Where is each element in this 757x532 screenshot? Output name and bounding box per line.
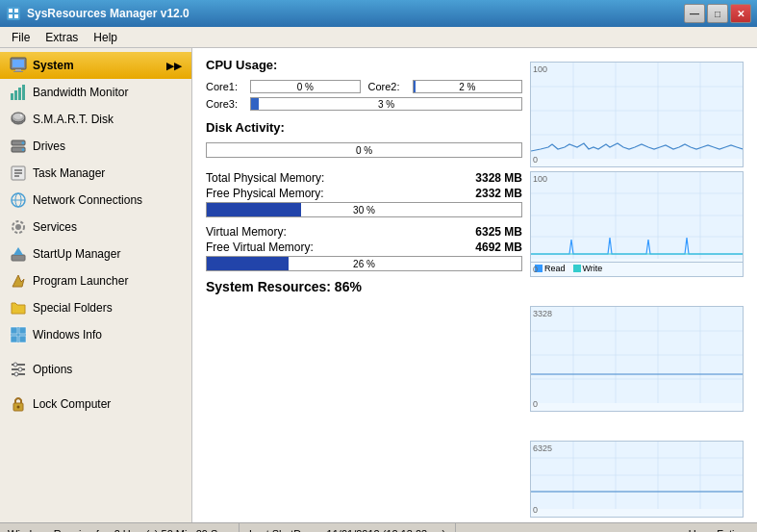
svg-rect-8 — [13, 71, 23, 72]
sidebar-item-lock[interactable]: Lock Computer — [0, 391, 191, 418]
svg-point-40 — [13, 363, 17, 367]
sidebar-item-smart[interactable]: S.M.A.R.T. Disk — [0, 106, 191, 133]
memory-chart-max: 3328 — [533, 309, 552, 318]
sidebar-item-wininfo[interactable]: Windows Info — [0, 321, 191, 348]
bandwidth-icon — [10, 84, 27, 101]
core3-label: Core3: — [206, 98, 246, 110]
svg-rect-3 — [9, 14, 13, 18]
cpu-chart-min: 0 — [533, 155, 538, 165]
sidebar-item-folders[interactable]: Special Folders — [0, 294, 191, 321]
status-running: Windows Running for: 2 Hour(s) 50 Min 29… — [8, 523, 240, 532]
options-label: Options — [33, 363, 72, 376]
wininfo-icon — [10, 326, 27, 343]
total-memory-value: 3328 MB — [475, 171, 522, 185]
sidebar-item-network[interactable]: Network Connections — [0, 187, 191, 214]
svg-rect-30 — [12, 255, 25, 261]
free-memory-row: Free Physical Memory: 2332 MB — [206, 187, 522, 200]
menu-file[interactable]: File — [4, 29, 38, 46]
read-legend: Read — [535, 264, 566, 273]
write-legend: Write — [573, 264, 603, 273]
free-memory-label: Free Physical Memory: — [206, 187, 324, 200]
svg-rect-11 — [18, 88, 21, 100]
sidebar-item-options[interactable]: Options — [0, 356, 191, 383]
sidebar-item-system[interactable]: System ▶▶ — [0, 52, 191, 79]
task-label: Task Manager — [33, 166, 105, 180]
vmem-section: Virtual Memory: 6325 MB Free Virtual Mem… — [206, 225, 522, 271]
system-label: System — [33, 59, 74, 72]
sidebar-item-launcher[interactable]: Program Launcher — [0, 267, 191, 294]
sidebar-item-startup[interactable]: StartUp Manager — [0, 241, 191, 267]
memory-section: Total Physical Memory: 3328 MB Free Phys… — [206, 171, 522, 217]
core2-label: Core2: — [368, 81, 409, 92]
read-label: Read — [544, 264, 566, 273]
svg-point-41 — [18, 367, 22, 371]
total-memory-label: Total Physical Memory: — [206, 171, 324, 185]
svg-point-19 — [22, 141, 25, 144]
vmem-free-value: 4692 MB — [475, 241, 522, 254]
vmem-free-row: Free Virtual Memory: 4692 MB — [206, 241, 522, 254]
close-button[interactable]: ✕ — [730, 4, 751, 23]
user-text: User: Fotis — [689, 528, 740, 533]
vmem-free-label: Free Virtual Memory: — [206, 241, 314, 254]
memory-chart-svg — [531, 307, 743, 403]
status-user: User: Fotis — [679, 523, 749, 532]
services-icon — [10, 218, 27, 236]
disk-title: Disk Activity: — [206, 120, 522, 135]
core2-row: Core2: 2 % — [368, 80, 523, 93]
launcher-label: Program Launcher — [33, 274, 128, 288]
svg-marker-31 — [13, 247, 23, 255]
core3-row: Core3: 3 % — [206, 97, 522, 111]
cpu-chart-max: 100 — [533, 64, 547, 74]
running-text: Windows Running for: 2 Hour(s) 50 Min 29… — [8, 528, 229, 533]
app-icon — [6, 6, 21, 21]
maximize-button[interactable]: □ — [707, 4, 728, 23]
minimize-button[interactable]: — — [684, 4, 705, 23]
left-panel: CPU Usage: Core1: 0 % Core2: — [206, 58, 522, 521]
vmem-chart-max: 6325 — [533, 443, 552, 453]
folders-label: Special Folders — [33, 301, 113, 315]
svg-rect-1 — [9, 9, 13, 13]
svg-point-16 — [20, 114, 22, 116]
memory-chart: 3328 0 — [530, 306, 744, 412]
smart-label: S.M.A.R.T. Disk — [33, 113, 114, 126]
sidebar-item-task[interactable]: Task Manager — [0, 160, 191, 187]
lock-label: Lock Computer — [33, 397, 111, 411]
memory-bar-row: 30 % — [206, 202, 522, 217]
cpu-chart: 100 0 — [530, 62, 744, 167]
main-layout: CPU Usage: Core1: 0 % Core2: — [206, 58, 744, 521]
disk-chart-legend: Read Write — [531, 262, 743, 274]
svg-rect-36 — [19, 336, 26, 342]
bandwidth-label: Bandwidth Monitor — [33, 86, 128, 99]
vmem-chart-min: 0 — [533, 505, 538, 515]
svg-point-28 — [15, 224, 21, 230]
sidebar-item-drives[interactable]: Drives — [0, 133, 191, 160]
disk-chart-min: 0 — [533, 265, 538, 274]
vmem-bar-row: 26 % — [206, 256, 522, 271]
sidebar-item-services[interactable]: Services — [0, 214, 191, 241]
sidebar: System ▶▶ Bandwidth Monitor — [0, 48, 192, 522]
options-icon — [10, 361, 27, 378]
lock-icon — [10, 395, 27, 413]
vmem-total-value: 6325 MB — [475, 225, 522, 239]
content-area: CPU Usage: Core1: 0 % Core2: — [192, 48, 757, 522]
cpu-title: CPU Usage: — [206, 58, 522, 72]
svg-rect-10 — [14, 90, 17, 100]
vmem-bar: 26 % — [206, 256, 522, 271]
disk-chart: 100 0 — [530, 171, 744, 277]
disk-bar-row: 0 % — [206, 142, 522, 158]
disk-value: 0 % — [207, 143, 521, 157]
smart-icon — [10, 111, 27, 128]
svg-rect-6 — [13, 60, 24, 67]
menu-bar: File Extras Help — [0, 27, 757, 48]
drives-label: Drives — [33, 139, 65, 153]
vmem-chart-svg — [531, 442, 743, 509]
memory-bar: 30 % — [206, 202, 522, 217]
sidebar-item-bandwidth[interactable]: Bandwidth Monitor — [0, 79, 191, 106]
core2-bar: 2 % — [413, 80, 523, 93]
system-arrow: ▶▶ — [166, 61, 182, 71]
menu-help[interactable]: Help — [86, 29, 125, 46]
startup-label: StartUp Manager — [33, 247, 120, 261]
core3-value: 3 % — [251, 98, 521, 110]
svg-rect-2 — [14, 9, 18, 13]
menu-extras[interactable]: Extras — [38, 29, 86, 46]
